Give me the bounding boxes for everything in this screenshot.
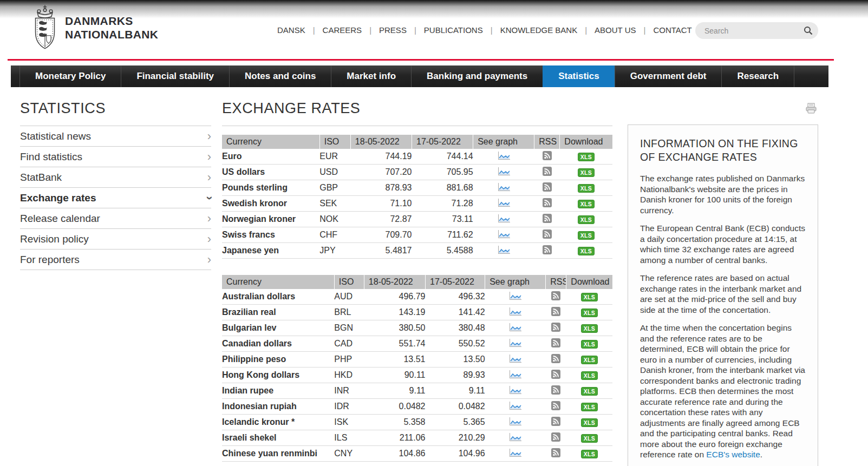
- rss-icon[interactable]: [551, 448, 560, 460]
- see-graph-icon[interactable]: [508, 322, 523, 334]
- rate-previous: 0.0482: [426, 399, 485, 415]
- rss-icon[interactable]: [551, 401, 560, 412]
- see-graph-icon[interactable]: [508, 416, 523, 429]
- utility-link-publications[interactable]: PUBLICATIONS: [424, 24, 483, 36]
- utility-separator: |: [414, 25, 416, 35]
- sidebar-item-revision-policy[interactable]: Revision policy›: [20, 229, 211, 250]
- xls-download-button[interactable]: XLS: [578, 231, 595, 240]
- xls-download-button[interactable]: XLS: [581, 356, 598, 365]
- xls-download-button[interactable]: XLS: [581, 450, 598, 459]
- xls-download-button[interactable]: XLS: [581, 387, 598, 396]
- sidebar-item-for-reporters[interactable]: For reporters›: [20, 250, 211, 270]
- see-graph-icon[interactable]: [508, 432, 523, 444]
- see-graph-icon[interactable]: [497, 229, 511, 241]
- rss-icon[interactable]: [543, 167, 552, 178]
- see-graph-icon[interactable]: [508, 338, 523, 350]
- col-see-graph: See graph: [473, 135, 534, 149]
- see-graph-icon[interactable]: [508, 401, 523, 413]
- sidebar-item-label: StatBank: [20, 167, 62, 187]
- see-graph-icon[interactable]: [497, 166, 511, 179]
- nav-item-financial-stability[interactable]: Financial stability: [121, 65, 229, 87]
- xls-download-button[interactable]: XLS: [581, 418, 598, 428]
- see-graph-icon[interactable]: [497, 245, 511, 257]
- nav-item-market-info[interactable]: Market info: [331, 65, 411, 87]
- xls-download-button[interactable]: XLS: [581, 434, 598, 443]
- currency-iso: CHF: [319, 227, 350, 243]
- rss-icon[interactable]: [551, 338, 560, 350]
- utility-link-about-us[interactable]: ABOUT US: [595, 24, 636, 36]
- col-date-previous: 17-05-2022: [426, 275, 485, 289]
- closing-suffix: .: [760, 450, 762, 459]
- rate-previous: 89.93: [426, 367, 485, 383]
- rss-icon[interactable]: [543, 214, 552, 225]
- xls-download-button[interactable]: XLS: [581, 309, 598, 318]
- rss-icon[interactable]: [551, 370, 560, 381]
- see-graph-icon[interactable]: [497, 182, 511, 194]
- rss-icon[interactable]: [543, 229, 552, 241]
- xls-download-button[interactable]: XLS: [578, 184, 595, 193]
- see-graph-icon[interactable]: [508, 291, 523, 303]
- sidebar-item-statbank[interactable]: StatBank›: [20, 167, 211, 188]
- rss-icon[interactable]: [543, 151, 552, 162]
- search-icon[interactable]: [804, 26, 813, 35]
- rss-icon[interactable]: [551, 354, 560, 365]
- see-graph-icon[interactable]: [497, 150, 511, 163]
- rate-latest: 744.19: [350, 149, 412, 165]
- print-icon[interactable]: [805, 103, 817, 116]
- main-nav: Monetary PolicyFinancial stabilityNotes …: [11, 65, 828, 87]
- rss-icon[interactable]: [543, 198, 552, 209]
- nav-item-banking-and-payments[interactable]: Banking and payments: [411, 65, 543, 87]
- see-graph-icon[interactable]: [508, 353, 523, 366]
- sidebar-item-find-statistics[interactable]: Find statistics›: [20, 147, 211, 167]
- rss-icon[interactable]: [551, 291, 560, 303]
- xls-download-button[interactable]: XLS: [581, 340, 598, 349]
- rss-icon[interactable]: [551, 432, 560, 444]
- rss-icon[interactable]: [551, 385, 560, 397]
- currency-name: Australian dollars: [222, 289, 334, 305]
- see-graph-icon[interactable]: [508, 369, 523, 382]
- utility-link-careers[interactable]: CAREERS: [323, 24, 362, 36]
- nav-item-government-debt[interactable]: Government debt: [615, 65, 722, 87]
- rss-icon[interactable]: [551, 307, 560, 318]
- rss-icon[interactable]: [543, 245, 552, 257]
- currency-iso: SEK: [319, 196, 350, 212]
- nav-item-research[interactable]: Research: [721, 65, 794, 87]
- currency-name: Swiss francs: [222, 227, 319, 243]
- nav-item-notes-and-coins[interactable]: Notes and coins: [229, 65, 331, 87]
- xls-download-button[interactable]: XLS: [581, 293, 598, 302]
- rss-icon[interactable]: [551, 417, 560, 428]
- xls-download-button[interactable]: XLS: [578, 215, 595, 225]
- utility-link-contact[interactable]: CONTACT: [653, 24, 691, 36]
- sidebar-item-label: Release calendar: [20, 208, 100, 228]
- sidebar-item-statistical-news[interactable]: Statistical news›: [20, 126, 211, 147]
- rate-latest: 104.86: [364, 446, 425, 462]
- search-input[interactable]: [703, 26, 804, 36]
- xls-download-button[interactable]: XLS: [578, 200, 595, 209]
- nav-item-statistics[interactable]: Statistics: [543, 65, 615, 87]
- see-graph-icon[interactable]: [497, 198, 511, 210]
- nav-item-monetary-policy[interactable]: Monetary Policy: [19, 65, 121, 87]
- see-graph-icon[interactable]: [497, 213, 511, 226]
- sidebar-item-exchange-rates[interactable]: Exchange rates›: [20, 188, 211, 208]
- rate-previous: 705.95: [412, 165, 473, 180]
- xls-download-button[interactable]: XLS: [581, 371, 598, 380]
- xls-download-button[interactable]: XLS: [578, 153, 595, 162]
- sidebar-item-release-calendar[interactable]: Release calendar›: [20, 208, 211, 229]
- rss-icon[interactable]: [543, 182, 552, 194]
- currency-iso: BGN: [334, 320, 364, 336]
- logo[interactable]: DANMARKS NATIONALBANK: [32, 4, 158, 51]
- utility-link-press[interactable]: PRESS: [379, 24, 407, 36]
- see-graph-icon[interactable]: [508, 385, 523, 397]
- xls-download-button[interactable]: XLS: [581, 403, 598, 412]
- utility-link-knowledge-bank[interactable]: KNOWLEDGE BANK: [500, 24, 578, 36]
- table-row: Japanese yen JPY 5.4817 5.4588: [222, 243, 612, 259]
- utility-separator: |: [369, 25, 371, 35]
- utility-link-dansk[interactable]: DANSK: [277, 24, 305, 36]
- see-graph-icon[interactable]: [508, 306, 523, 319]
- ecb-website-link[interactable]: ECB's website: [706, 450, 760, 459]
- xls-download-button[interactable]: XLS: [578, 168, 595, 178]
- see-graph-icon[interactable]: [508, 448, 523, 460]
- xls-download-button[interactable]: XLS: [581, 324, 598, 333]
- xls-download-button[interactable]: XLS: [578, 247, 595, 256]
- rss-icon[interactable]: [551, 323, 560, 334]
